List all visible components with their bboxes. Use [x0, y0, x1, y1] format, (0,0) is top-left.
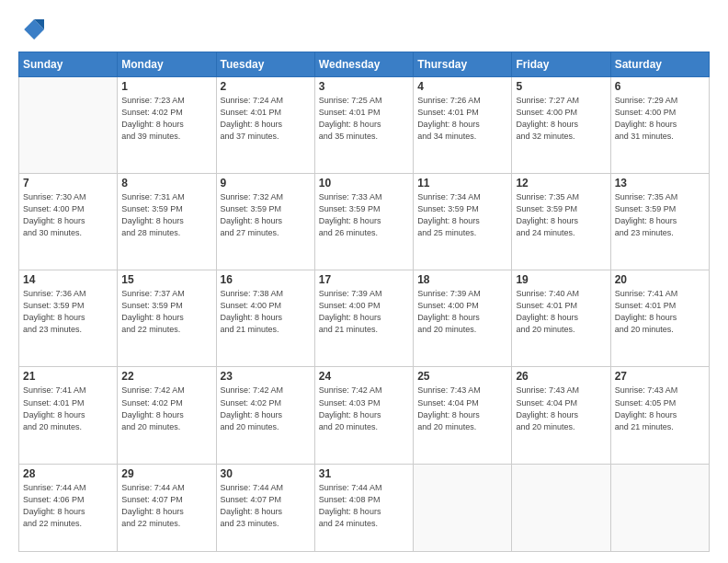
day-info: Sunrise: 7:39 AM Sunset: 4:00 PM Dayligh…: [319, 288, 409, 336]
day-info: Sunrise: 7:38 AM Sunset: 4:00 PM Dayligh…: [221, 288, 311, 336]
day-info: Sunrise: 7:31 AM Sunset: 3:59 PM Dayligh…: [121, 191, 211, 239]
calendar-cell: 11Sunrise: 7:34 AM Sunset: 3:59 PM Dayli…: [414, 174, 512, 270]
weekday-header-saturday: Saturday: [610, 52, 709, 77]
weekday-header-thursday: Thursday: [414, 52, 512, 77]
page: SundayMondayTuesdayWednesdayThursdayFrid…: [0, 0, 728, 563]
calendar-cell: 21Sunrise: 7:41 AM Sunset: 4:01 PM Dayli…: [19, 367, 118, 464]
day-number: 30: [221, 467, 311, 480]
day-info: Sunrise: 7:30 AM Sunset: 4:00 PM Dayligh…: [23, 191, 113, 239]
day-number: 28: [23, 467, 113, 480]
calendar-cell: 9Sunrise: 7:32 AM Sunset: 3:59 PM Daylig…: [216, 174, 314, 270]
day-number: 9: [221, 177, 311, 190]
day-info: Sunrise: 7:44 AM Sunset: 4:07 PM Dayligh…: [221, 482, 311, 530]
calendar-cell: [414, 464, 512, 551]
calendar-cell: 4Sunrise: 7:26 AM Sunset: 4:01 PM Daylig…: [414, 77, 512, 174]
calendar-cell: 18Sunrise: 7:39 AM Sunset: 4:00 PM Dayli…: [414, 270, 512, 367]
calendar-cell: [512, 464, 610, 551]
calendar-cell: 27Sunrise: 7:43 AM Sunset: 4:05 PM Dayli…: [610, 367, 709, 464]
logo: [18, 17, 48, 42]
day-number: 23: [221, 370, 311, 383]
weekday-header-sunday: Sunday: [19, 52, 118, 77]
day-number: 24: [319, 370, 409, 383]
calendar-cell: 15Sunrise: 7:37 AM Sunset: 3:59 PM Dayli…: [118, 270, 216, 367]
day-number: 11: [417, 177, 507, 190]
day-number: 5: [516, 80, 606, 93]
calendar-cell: 28Sunrise: 7:44 AM Sunset: 4:06 PM Dayli…: [19, 464, 118, 551]
day-number: 19: [516, 273, 606, 286]
day-info: Sunrise: 7:24 AM Sunset: 4:01 PM Dayligh…: [221, 95, 311, 143]
week-row-3: 14Sunrise: 7:36 AM Sunset: 3:59 PM Dayli…: [19, 270, 710, 367]
day-number: 6: [615, 80, 705, 93]
day-info: Sunrise: 7:35 AM Sunset: 3:59 PM Dayligh…: [615, 191, 705, 239]
day-number: 22: [121, 370, 211, 383]
calendar-cell: 29Sunrise: 7:44 AM Sunset: 4:07 PM Dayli…: [118, 464, 216, 551]
day-info: Sunrise: 7:27 AM Sunset: 4:00 PM Dayligh…: [516, 95, 606, 143]
day-number: 1: [121, 80, 211, 93]
day-info: Sunrise: 7:44 AM Sunset: 4:07 PM Dayligh…: [121, 482, 211, 530]
calendar-cell: 3Sunrise: 7:25 AM Sunset: 4:01 PM Daylig…: [314, 77, 413, 174]
day-number: 20: [615, 273, 705, 286]
calendar-cell: 13Sunrise: 7:35 AM Sunset: 3:59 PM Dayli…: [610, 174, 709, 270]
day-info: Sunrise: 7:29 AM Sunset: 4:00 PM Dayligh…: [615, 95, 705, 143]
week-row-2: 7Sunrise: 7:30 AM Sunset: 4:00 PM Daylig…: [19, 174, 710, 270]
day-number: 14: [23, 273, 113, 286]
calendar-cell: 24Sunrise: 7:42 AM Sunset: 4:03 PM Dayli…: [314, 367, 413, 464]
calendar: SundayMondayTuesdayWednesdayThursdayFrid…: [18, 52, 710, 552]
calendar-cell: 7Sunrise: 7:30 AM Sunset: 4:00 PM Daylig…: [19, 174, 118, 270]
day-info: Sunrise: 7:39 AM Sunset: 4:00 PM Dayligh…: [417, 288, 507, 336]
week-row-5: 28Sunrise: 7:44 AM Sunset: 4:06 PM Dayli…: [19, 464, 710, 551]
day-number: 10: [319, 177, 409, 190]
calendar-cell: 20Sunrise: 7:41 AM Sunset: 4:01 PM Dayli…: [610, 270, 709, 367]
calendar-cell: 17Sunrise: 7:39 AM Sunset: 4:00 PM Dayli…: [314, 270, 413, 367]
day-info: Sunrise: 7:41 AM Sunset: 4:01 PM Dayligh…: [23, 385, 113, 432]
weekday-header-tuesday: Tuesday: [216, 52, 314, 77]
day-number: 25: [417, 370, 507, 383]
calendar-cell: 30Sunrise: 7:44 AM Sunset: 4:07 PM Dayli…: [216, 464, 314, 551]
day-number: 16: [221, 273, 311, 286]
week-row-1: 1Sunrise: 7:23 AM Sunset: 4:02 PM Daylig…: [19, 77, 710, 174]
day-info: Sunrise: 7:33 AM Sunset: 3:59 PM Dayligh…: [319, 191, 409, 239]
calendar-cell: 5Sunrise: 7:27 AM Sunset: 4:00 PM Daylig…: [512, 77, 610, 174]
day-info: Sunrise: 7:44 AM Sunset: 4:06 PM Dayligh…: [23, 482, 113, 530]
day-info: Sunrise: 7:26 AM Sunset: 4:01 PM Dayligh…: [417, 95, 507, 143]
day-number: 17: [319, 273, 409, 286]
calendar-cell: 2Sunrise: 7:24 AM Sunset: 4:01 PM Daylig…: [216, 77, 314, 174]
day-number: 29: [121, 467, 211, 480]
day-info: Sunrise: 7:42 AM Sunset: 4:03 PM Dayligh…: [319, 385, 409, 432]
day-info: Sunrise: 7:23 AM Sunset: 4:02 PM Dayligh…: [121, 95, 211, 143]
weekday-header-monday: Monday: [118, 52, 216, 77]
day-info: Sunrise: 7:37 AM Sunset: 3:59 PM Dayligh…: [121, 288, 211, 336]
calendar-cell: 23Sunrise: 7:42 AM Sunset: 4:02 PM Dayli…: [216, 367, 314, 464]
weekday-header-wednesday: Wednesday: [314, 52, 413, 77]
calendar-cell: [19, 77, 118, 174]
day-number: 15: [121, 273, 211, 286]
day-info: Sunrise: 7:34 AM Sunset: 3:59 PM Dayligh…: [417, 191, 507, 239]
day-number: 18: [417, 273, 507, 286]
day-number: 26: [516, 370, 606, 383]
day-info: Sunrise: 7:42 AM Sunset: 4:02 PM Dayligh…: [221, 385, 311, 432]
day-info: Sunrise: 7:32 AM Sunset: 3:59 PM Dayligh…: [221, 191, 311, 239]
calendar-cell: 25Sunrise: 7:43 AM Sunset: 4:04 PM Dayli…: [414, 367, 512, 464]
day-number: 3: [319, 80, 409, 93]
calendar-cell: [610, 464, 709, 551]
calendar-cell: 10Sunrise: 7:33 AM Sunset: 3:59 PM Dayli…: [314, 174, 413, 270]
day-info: Sunrise: 7:35 AM Sunset: 3:59 PM Dayligh…: [516, 191, 606, 239]
weekday-header-friday: Friday: [512, 52, 610, 77]
day-number: 8: [121, 177, 211, 190]
day-info: Sunrise: 7:43 AM Sunset: 4:04 PM Dayligh…: [417, 385, 507, 432]
day-info: Sunrise: 7:43 AM Sunset: 4:05 PM Dayligh…: [615, 385, 705, 432]
day-number: 12: [516, 177, 606, 190]
day-info: Sunrise: 7:42 AM Sunset: 4:02 PM Dayligh…: [121, 385, 211, 432]
day-info: Sunrise: 7:36 AM Sunset: 3:59 PM Dayligh…: [23, 288, 113, 336]
calendar-cell: 14Sunrise: 7:36 AM Sunset: 3:59 PM Dayli…: [19, 270, 118, 367]
calendar-cell: 16Sunrise: 7:38 AM Sunset: 4:00 PM Dayli…: [216, 270, 314, 367]
calendar-cell: 19Sunrise: 7:40 AM Sunset: 4:01 PM Dayli…: [512, 270, 610, 367]
day-number: 7: [23, 177, 113, 190]
calendar-cell: 1Sunrise: 7:23 AM Sunset: 4:02 PM Daylig…: [118, 77, 216, 174]
calendar-cell: 26Sunrise: 7:43 AM Sunset: 4:04 PM Dayli…: [512, 367, 610, 464]
day-info: Sunrise: 7:44 AM Sunset: 4:08 PM Dayligh…: [319, 482, 409, 530]
day-number: 13: [615, 177, 705, 190]
calendar-cell: 6Sunrise: 7:29 AM Sunset: 4:00 PM Daylig…: [610, 77, 709, 174]
calendar-cell: 8Sunrise: 7:31 AM Sunset: 3:59 PM Daylig…: [118, 174, 216, 270]
day-info: Sunrise: 7:43 AM Sunset: 4:04 PM Dayligh…: [516, 385, 606, 432]
